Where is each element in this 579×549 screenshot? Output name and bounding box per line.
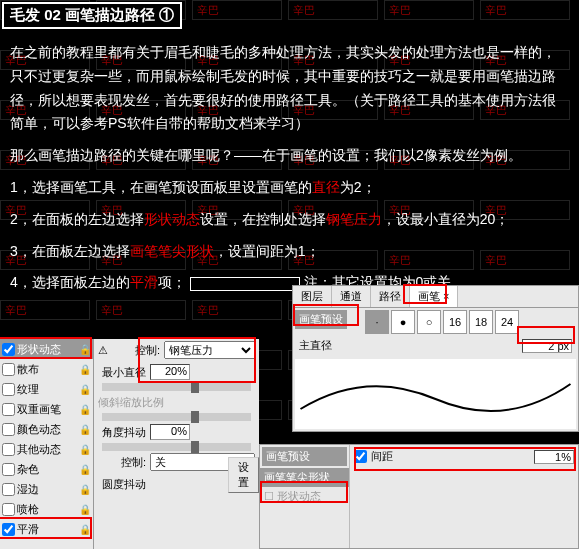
brush-option-label: 双重画笔 [17, 402, 61, 417]
brush-options-list: 形状动态🔒散布🔒纹理🔒双重画笔🔒颜色动态🔒其他动态🔒杂色🔒湿边🔒喷枪🔒平滑🔒 [0, 339, 94, 549]
brush-option-checkbox[interactable] [2, 363, 15, 376]
lock-icon: 🔒 [79, 424, 91, 435]
brush-option-checkbox[interactable] [2, 403, 15, 416]
brush-option-checkbox[interactable] [2, 443, 15, 456]
roundness-jitter-label: 圆度抖动 [98, 477, 146, 492]
shape-dynamics-item[interactable]: ☐ 形状动态 [260, 487, 349, 506]
spacing-label: 间距 [371, 449, 393, 464]
lock-icon: 🔒 [79, 464, 91, 475]
lock-icon: 🔒 [79, 344, 91, 355]
spacing-value[interactable]: 1% [534, 450, 574, 464]
brush-option-checkbox[interactable] [2, 523, 15, 536]
brush-option-checkbox[interactable] [2, 383, 15, 396]
control-label: 控制: [112, 343, 160, 358]
brush-thumb-4[interactable]: 18 [469, 310, 493, 334]
lesson-title: 毛发 02 画笔描边路径 ① [2, 2, 182, 29]
brush-thumb-0[interactable]: · [365, 310, 389, 334]
brush-thumb-3[interactable]: 16 [443, 310, 467, 334]
control-select[interactable]: 钢笔压力 [164, 341, 255, 359]
brush-option-label: 其他动态 [17, 442, 61, 457]
paragraph-2: 那么画笔描边路径的关键在哪里呢？——在于画笔的设置；我们以2像素发丝为例。 [10, 144, 569, 168]
brush-option-2[interactable]: 纹理🔒 [0, 379, 93, 399]
brush-option-label: 散布 [17, 362, 39, 377]
angle-jitter-label: 角度抖动 [98, 425, 146, 440]
tab-路径[interactable]: 路径 [371, 286, 410, 307]
brush-option-label: 喷枪 [17, 502, 39, 517]
tab-图层[interactable]: 图层 [293, 286, 332, 307]
tab-通道[interactable]: 通道 [332, 286, 371, 307]
brush-option-1[interactable]: 散布🔒 [0, 359, 93, 379]
master-diameter-value[interactable]: 2 px [522, 339, 572, 353]
tilt-scale-label: 倾斜缩放比例 [98, 395, 164, 410]
brush-option-checkbox[interactable] [2, 463, 15, 476]
tutorial-body: 在之前的教程里都有关于眉毛和睫毛的多种处理方法，其实头发的处理方法也是一样的，只… [0, 29, 579, 311]
brush-thumb-1[interactable]: ● [391, 310, 415, 334]
tab-画笔[interactable]: 画笔 × [410, 286, 458, 307]
paragraph-1: 在之前的教程里都有关于眉毛和睫毛的多种处理方法，其实头发的处理方法也是一样的，只… [10, 41, 569, 136]
spacing-checkbox[interactable] [354, 450, 367, 463]
lock-icon: 🔒 [79, 384, 91, 395]
brush-preset-header-2[interactable]: 画笔预设 [262, 447, 347, 466]
tilt-slider [102, 413, 251, 421]
watermark-cell: 辛巴 [288, 0, 378, 20]
angle-jitter-value[interactable]: 0% [150, 424, 190, 440]
brush-option-label: 颜色动态 [17, 422, 61, 437]
highlight-diameter: 直径 [312, 179, 340, 195]
settings-button[interactable]: 设置 [228, 457, 259, 493]
brushes-panel: 图层通道路径画笔 × 画笔预设 ·●○161824 主直径 2 px [292, 285, 579, 432]
lock-icon: 🔒 [79, 404, 91, 415]
brush-option-checkbox[interactable] [2, 343, 15, 356]
brush-thumb-2[interactable]: ○ [417, 310, 441, 334]
lock-icon: 🔒 [79, 524, 91, 535]
master-diameter-label: 主直径 [299, 338, 332, 353]
brush-option-label: 平滑 [17, 522, 39, 537]
brush-option-label: 杂色 [17, 462, 39, 477]
lock-icon: 🔒 [79, 504, 91, 515]
panels-region: 形状动态🔒散布🔒纹理🔒双重画笔🔒颜色动态🔒其他动态🔒杂色🔒湿边🔒喷枪🔒平滑🔒 ⚠… [0, 285, 579, 549]
brush-option-5[interactable]: 其他动态🔒 [0, 439, 93, 459]
angle-jitter-slider[interactable] [102, 443, 251, 451]
highlight-shape-dynamics: 形状动态 [144, 211, 200, 227]
step-1: 1，选择画笔工具，在画笔预设面板里设置画笔的直径为2； [10, 176, 569, 200]
brush-option-label: 纹理 [17, 382, 39, 397]
brush-option-3[interactable]: 双重画笔🔒 [0, 399, 93, 419]
brush-option-checkbox[interactable] [2, 423, 15, 436]
brush-option-checkbox[interactable] [2, 503, 15, 516]
highlight-brush-tip: 画笔笔尖形状 [130, 243, 214, 259]
brush-option-label: 形状动态 [17, 342, 61, 357]
watermark-cell: 辛巴 [192, 0, 282, 20]
brush-thumbnails: ·●○161824 [363, 308, 521, 336]
watermark-cell: 辛巴 [480, 0, 570, 20]
brush-preset-header[interactable]: 画笔预设 [295, 310, 347, 329]
highlight-pen-pressure: 钢笔压力 [326, 211, 382, 227]
brush-option-0[interactable]: 形状动态🔒 [0, 339, 93, 359]
brush-option-9[interactable]: 平滑🔒 [0, 519, 93, 539]
panel-tabs: 图层通道路径画笔 × [293, 286, 578, 308]
brush-tip-panel: 画笔预设 画笔笔尖形状 ☐ 形状动态 间距 1% [259, 444, 579, 549]
brush-stroke-preview [295, 359, 576, 429]
min-diameter-slider[interactable] [102, 383, 251, 391]
brush-option-8[interactable]: 喷枪🔒 [0, 499, 93, 519]
brush-option-label: 湿边 [17, 482, 39, 497]
lock-icon: 🔒 [79, 444, 91, 455]
lock-icon: 🔒 [79, 364, 91, 375]
watermark-cell: 辛巴 [384, 0, 474, 20]
min-diameter-label: 最小直径 [98, 365, 146, 380]
lock-icon: 🔒 [79, 484, 91, 495]
brush-thumb-5[interactable]: 24 [495, 310, 519, 334]
step-3: 3，在面板左边选择画笔笔尖形状，设置间距为1； [10, 240, 569, 264]
brush-option-6[interactable]: 杂色🔒 [0, 459, 93, 479]
brush-option-4[interactable]: 颜色动态🔒 [0, 419, 93, 439]
brush-option-7[interactable]: 湿边🔒 [0, 479, 93, 499]
control2-label: 控制: [98, 455, 146, 470]
step-2: 2，在面板的左边选择形状动态设置，在控制处选择钢笔压力，设最小直径为20； [10, 208, 569, 232]
warning-icon: ⚠ [98, 344, 108, 357]
brush-tip-shape-item[interactable]: 画笔笔尖形状 [260, 468, 349, 487]
brush-option-checkbox[interactable] [2, 483, 15, 496]
shape-dynamics-panel: ⚠ 控制: 钢笔压力 最小直径 20% 倾斜缩放比例 角度抖动 0% 控制: 关… [94, 339, 259, 549]
min-diameter-value[interactable]: 20% [150, 364, 190, 380]
